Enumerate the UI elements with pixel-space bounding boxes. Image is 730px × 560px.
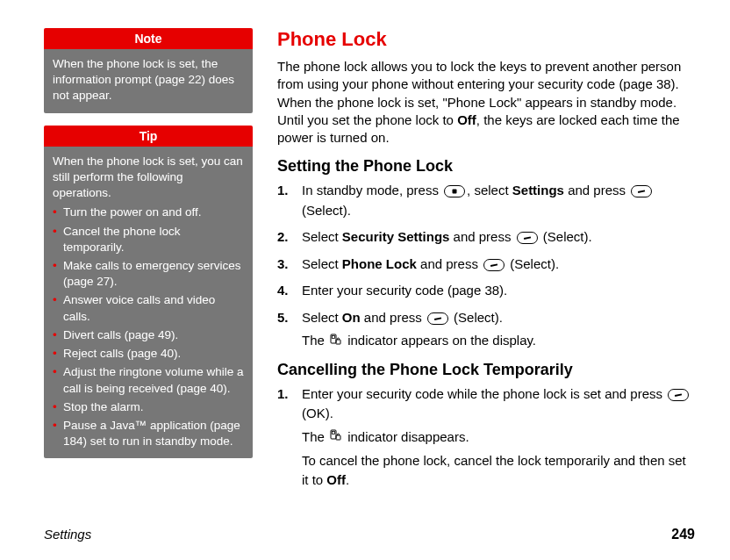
step-sub-post: indicator disappears. xyxy=(344,429,469,444)
content-columns: Note When the phone lock is set, the inf… xyxy=(44,28,695,498)
step-text: Select xyxy=(302,256,342,271)
sidebar: Note When the phone lock is set, the inf… xyxy=(44,28,253,498)
tip-item: Divert calls (page 49). xyxy=(53,327,244,343)
step-text: (Select). xyxy=(450,310,503,325)
tip-item: Cancel the phone lock temporarily. xyxy=(53,224,244,255)
tip-item: Reject calls (page 40). xyxy=(53,346,244,362)
step-item: In standby mode, press , select Settings… xyxy=(277,181,695,220)
step-text: In standby mode, press xyxy=(302,183,442,197)
svg-rect-5 xyxy=(336,435,340,440)
tip-list: Turn the power on and off. Cancel the ph… xyxy=(53,205,244,449)
step-text: and press xyxy=(361,310,426,325)
step-sub-text: To cancel the phone lock, cancel the loc… xyxy=(302,453,686,488)
page-footer: Settings 249 xyxy=(44,527,695,542)
step-sub-pre: The xyxy=(302,333,328,348)
softkey-icon xyxy=(668,389,689,401)
note-header: Note xyxy=(44,28,253,49)
svg-rect-2 xyxy=(336,340,340,344)
tip-item: Answer voice calls and video calls. xyxy=(53,292,244,324)
step-item: Select Security Settings and press (Sele… xyxy=(277,227,695,248)
page-title: Phone Lock xyxy=(277,28,695,51)
phone-lock-indicator-icon xyxy=(330,332,342,352)
step-item: Enter your security code while the phone… xyxy=(277,384,695,491)
step-text: Select xyxy=(302,310,342,325)
step-item: Enter your security code (page 38). xyxy=(277,281,695,301)
section-heading-cancel: Cancelling the Phone Lock Temporarily xyxy=(277,361,695,379)
tip-item: Adjust the ringtone volume while a call … xyxy=(53,364,244,396)
steps-list-cancel: Enter your security code while the phone… xyxy=(277,384,695,491)
note-box: Note When the phone lock is set, the inf… xyxy=(44,28,253,113)
tip-header: Tip xyxy=(44,126,253,147)
svg-rect-1 xyxy=(333,336,335,339)
step-sub-post: indicator appears on the display. xyxy=(344,333,536,348)
step-text: (Select). xyxy=(540,229,592,244)
tip-intro: When the phone lock is set, you can stil… xyxy=(53,154,244,202)
section-heading-setting: Setting the Phone Lock xyxy=(277,157,695,176)
step-bold: Security Settings xyxy=(342,229,450,244)
tip-item: Make calls to emergency services (page 2… xyxy=(53,258,244,290)
tip-body: When the phone lock is set, you can stil… xyxy=(44,147,253,459)
tip-item: Stop the alarm. xyxy=(53,399,244,415)
center-key-icon xyxy=(444,185,465,197)
step-text: Enter your security code while the phone… xyxy=(302,386,666,401)
note-body: When the phone lock is set, the informat… xyxy=(44,49,253,113)
page: Note When the phone lock is set, the inf… xyxy=(0,0,730,560)
footer-chapter: Settings xyxy=(44,527,91,542)
steps-list-setting: In standby mode, press , select Settings… xyxy=(277,181,695,351)
step-bold: Settings xyxy=(512,183,564,197)
step-text: and press xyxy=(417,256,482,271)
step-subtext: The indicator appears on the display. xyxy=(302,331,695,351)
main-content: Phone Lock The phone lock allows you to … xyxy=(277,28,695,498)
step-subtext: The indicator disappears. xyxy=(302,427,695,448)
footer-page-number: 249 xyxy=(671,527,695,542)
step-text: and press xyxy=(449,229,514,244)
tip-box: Tip When the phone lock is set, you can … xyxy=(44,126,253,459)
intro-off: Off xyxy=(457,112,476,127)
svg-rect-4 xyxy=(333,432,335,434)
softkey-icon xyxy=(427,312,448,325)
intro-paragraph: The phone lock allows you to lock the ke… xyxy=(277,58,695,147)
step-text: (Select). xyxy=(506,256,559,271)
step-bold: On xyxy=(342,310,361,325)
tip-item: Turn the power on and off. xyxy=(53,205,244,220)
step-sub-bold: Off xyxy=(326,472,346,487)
step-sub-text: . xyxy=(346,472,349,487)
softkey-icon xyxy=(517,232,538,244)
tip-item: Pause a Java™ application (page 184) set… xyxy=(53,418,244,449)
step-text: and press xyxy=(564,183,629,197)
step-item: Select On and press (Select). The indica… xyxy=(277,308,695,352)
step-bold: Phone Lock xyxy=(342,256,417,271)
step-text: Select xyxy=(302,229,342,244)
step-text: Enter your security code (page 38). xyxy=(302,283,507,298)
step-subtext: To cancel the phone lock, cancel the loc… xyxy=(302,451,695,491)
step-text: (OK). xyxy=(302,406,333,420)
step-text: (Select). xyxy=(302,203,351,218)
step-sub-pre: The xyxy=(302,429,328,444)
step-item: Select Phone Lock and press (Select). xyxy=(277,255,695,275)
softkey-icon xyxy=(483,259,505,271)
softkey-icon xyxy=(631,185,652,197)
phone-lock-indicator-icon xyxy=(330,427,342,448)
step-text: , select xyxy=(467,183,512,197)
